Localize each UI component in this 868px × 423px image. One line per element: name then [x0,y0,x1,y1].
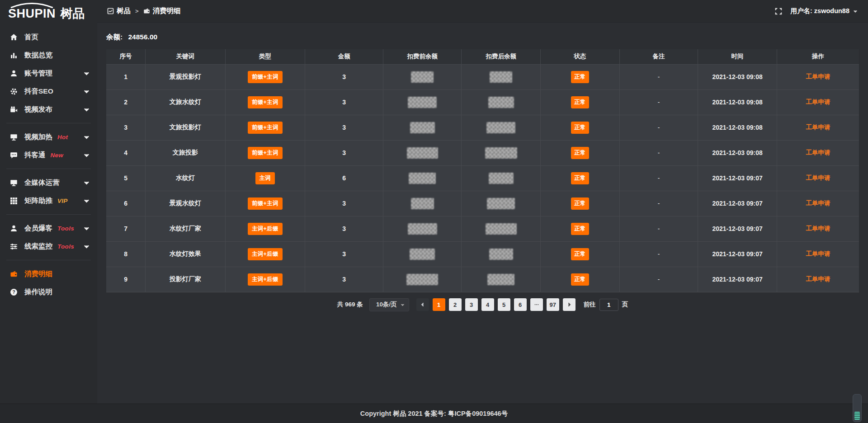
sidebar-item-data-overview[interactable]: 数据总览 [0,46,97,64]
cell-status: 正常 [541,89,620,115]
prev-page-button[interactable] [416,298,429,311]
chevron-down-icon [83,179,90,187]
cell-type: 前缀+主词 [225,140,305,165]
sidebar-item-doukertong[interactable]: 抖客通New [0,146,97,164]
type-badge: 主词 [255,172,275,184]
main-content: 余额: 24856.00 序号关键词类型金额扣费前余额扣费后余额状态备注时间操作… [97,23,868,311]
copyright-text: Copyright 树品 2021 备案号: 粤ICP备09019646号 [360,409,508,418]
sidebar-item-douyin-seo[interactable]: 抖音SEO [0,82,97,100]
table-row: 1景观投影灯前缀+主词3正常-2021-12-03 09:08工单申请 [106,64,859,89]
logo: SHUPIN 树品 [0,0,97,24]
sidebar-item-matrix-boost[interactable]: 矩阵助推VIP [0,192,97,210]
cell-amount: 6 [305,165,383,191]
sidebar-item-label: 数据总览 [24,51,52,60]
cell-time: 2021-12-03 09:08 [698,140,777,165]
cell-status: 正常 [541,64,620,89]
page-button-6[interactable]: 6 [514,298,527,311]
sidebar-item-all-media[interactable]: 全媒体运营 [0,174,97,192]
cell-amount: 3 [305,241,383,267]
chevron-down-icon [83,133,90,141]
more-pages-button[interactable] [530,298,543,311]
work-order-link[interactable]: 工单申请 [806,225,830,232]
user-dropdown[interactable]: 用户名: zswodun88 [790,7,858,15]
work-order-link[interactable]: 工单申请 [806,99,830,105]
table-row: 6景观水纹灯前缀+主词3正常-2021-12-03 09:07工单申请 [106,191,859,216]
cell-status: 正常 [541,191,620,216]
cell-note: - [619,191,698,216]
cell-keyword: 景观水纹灯 [146,191,225,216]
sidebar-item-consume-detail[interactable]: 消费明细 [0,265,97,283]
type-badge: 前缀+主词 [248,96,283,108]
scrollbar-thumb[interactable] [854,412,860,420]
work-order-link[interactable]: 工单申请 [806,73,830,80]
goto-page-input[interactable] [599,299,618,311]
sidebar-item-badge: VIP [57,197,68,204]
cell-balance-before [383,241,462,267]
page-size-select[interactable]: 10条/页 [369,298,409,311]
work-order-link[interactable]: 工单申请 [806,174,830,181]
masked-value [490,71,512,83]
cell-balance-after [462,64,541,89]
sidebar-divider [6,123,91,123]
sliders-icon [10,243,18,250]
cell-keyword: 水纹灯厂家 [146,216,225,241]
wallet-icon [10,270,18,278]
fullscreen-icon[interactable] [775,8,782,15]
status-badge: 正常 [571,248,589,260]
chevron-down-icon [83,106,90,113]
masked-value [410,249,435,260]
masked-value [409,173,436,184]
cell-index: 6 [106,191,146,216]
cell-balance-before [383,216,462,241]
cell-note: - [619,241,698,267]
cell-time: 2021-12-03 09:07 [698,165,777,191]
work-order-link[interactable]: 工单申请 [806,250,830,257]
type-badge: 主词+后缀 [248,248,283,260]
logo-text-en: SHUPIN [8,7,56,21]
cell-note: - [619,64,698,89]
cell-index: 8 [106,241,146,267]
page-button-4[interactable]: 4 [481,298,494,311]
status-badge: 正常 [571,147,589,159]
page-button-97[interactable]: 97 [547,298,559,311]
goto-page: 前往 页 [584,299,628,311]
sidebar-item-clue-monitor[interactable]: 线索监控Tools [0,237,97,255]
work-order-link[interactable]: 工单申请 [806,149,830,156]
breadcrumb-item-current[interactable]: 消费明细 [143,6,181,16]
page-buttons: 12345697 [433,298,559,311]
sidebar-item-badge: Hot [57,134,68,141]
sidebar-item-label: 视频加热 [24,132,52,142]
sidebar-item-video-publish[interactable]: 视频发布 [0,100,97,118]
sidebar-item-video-heat[interactable]: 视频加热Hot [0,128,97,146]
sidebar-item-label: 会员爆客 [24,224,52,233]
sidebar-item-label: 矩阵助推 [24,196,52,206]
cell-balance-after [462,140,541,165]
logo-text-cn: 树品 [60,7,85,20]
sidebar-item-account-manage[interactable]: 账号管理 [0,64,97,82]
sidebar-menu: 首页数据总览账号管理抖音SEO视频发布视频加热Hot抖客通New全媒体运营矩阵助… [0,28,97,301]
page-button-3[interactable]: 3 [465,298,478,311]
goto-suffix: 页 [622,301,628,309]
cell-amount: 3 [305,267,383,292]
sidebar-item-member-burst[interactable]: 会员爆客Tools [0,219,97,237]
cell-action: 工单申请 [777,115,859,140]
sidebar-item-operation-guide[interactable]: ?操作说明 [0,283,97,301]
cell-action: 工单申请 [777,64,859,89]
table-row: 7水纹灯厂家主词+后缀3正常-2021-12-03 09:07工单申请 [106,216,859,241]
page-button-1[interactable]: 1 [433,298,445,311]
cell-keyword: 文旅投影灯 [146,115,225,140]
breadcrumb: 树品 > 消费明细 [107,6,181,16]
work-order-link[interactable]: 工单申请 [806,124,830,131]
sidebar-item-label: 线索监控 [24,242,52,251]
work-order-link[interactable]: 工单申请 [806,200,830,207]
page-button-5[interactable]: 5 [498,298,510,311]
cell-keyword: 文旅水纹灯 [146,89,225,115]
cell-action: 工单申请 [777,165,859,191]
scrollbar-widget[interactable] [853,394,862,422]
sidebar-item-home[interactable]: 首页 [0,28,97,46]
chevron-right-icon [566,302,572,307]
work-order-link[interactable]: 工单申请 [806,276,830,282]
breadcrumb-item-root[interactable]: 树品 [107,6,131,16]
next-page-button[interactable] [563,298,576,311]
page-button-2[interactable]: 2 [449,298,462,311]
